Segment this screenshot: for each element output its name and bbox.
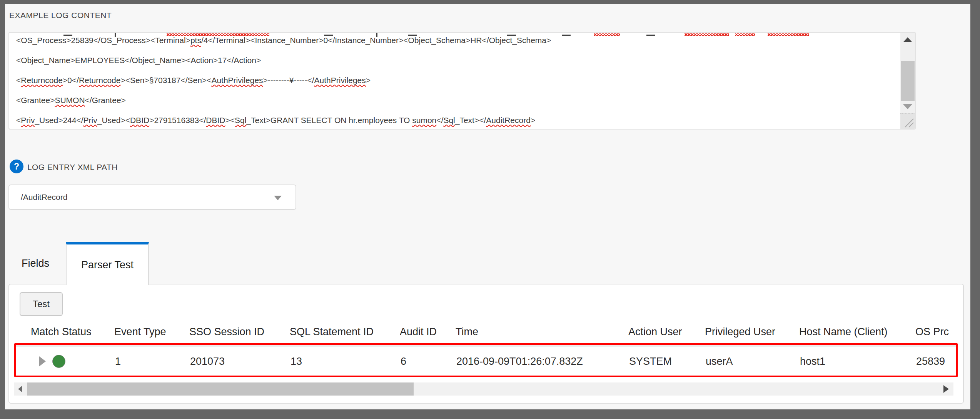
- column-header-time: Time: [456, 326, 628, 338]
- vertical-scrollbar-track[interactable]: [900, 47, 915, 100]
- log-line: <Grantee>SUMON</Grantee>: [16, 90, 900, 110]
- example-log-content-label: EXAMPLE LOG CONTENT: [9, 11, 112, 20]
- scroll-up-button[interactable]: [900, 33, 915, 47]
- column-header-match-status: Match Status: [31, 326, 114, 338]
- cell-sso-session-id: 201073: [190, 356, 290, 367]
- arrow-up-icon: [903, 37, 912, 42]
- horizontal-scrollbar[interactable]: [14, 382, 953, 396]
- tab-parser-test[interactable]: Parser Test: [66, 242, 149, 285]
- cell-host-name-client: host1: [800, 356, 916, 367]
- xml-path-dropdown-value: /AuditRecord: [9, 193, 67, 202]
- column-header-audit-id: Audit ID: [400, 326, 456, 338]
- xml-path-dropdown[interactable]: /AuditRecord: [8, 185, 296, 210]
- arrow-down-icon: [903, 104, 912, 109]
- column-header-host-name-client: Host Name (Client): [799, 326, 915, 338]
- column-header-action-user: Action User: [628, 326, 705, 338]
- column-header-sql-statement-id: SQL Statement ID: [290, 326, 400, 338]
- cell-time: 2016-09-09T01:26:07.832Z: [456, 356, 629, 367]
- cell-audit-id: 6: [401, 356, 456, 367]
- cell-os-process: 25839: [916, 356, 956, 367]
- table-row[interactable]: 1 201073 13 6 2016-09-09T01:26:07.832Z S…: [16, 347, 956, 376]
- match-status-dot: [52, 355, 65, 368]
- log-text: <OS_Process>25839</OS_Process><Terminal>…: [9, 33, 900, 129]
- window: EXAMPLE LOG CONTENT <OS_Process>25839</O…: [0, 0, 980, 419]
- column-header-event-type: Event Type: [114, 326, 189, 338]
- log-lines: <OS_Process>25839</OS_Process><Terminal>…: [9, 33, 900, 129]
- clipped-line-fragments: [9, 33, 900, 38]
- column-header-os-process: OS Prc: [915, 326, 963, 338]
- parser-test-panel: Test Match Status Event Type SSO Session…: [8, 284, 964, 404]
- scroll-right-icon[interactable]: [943, 385, 949, 393]
- horizontal-scrollbar-thumb[interactable]: [27, 382, 414, 396]
- cell-sql-statement-id: 13: [290, 356, 401, 367]
- highlighted-row-outline: 1 201073 13 6 2016-09-09T01:26:07.832Z S…: [14, 343, 958, 377]
- resize-grip-icon[interactable]: [900, 113, 915, 129]
- chevron-down-icon: [274, 196, 282, 200]
- column-header-sso-session-id: SSO Session ID: [189, 326, 290, 338]
- log-line: <Returncode>0</Returncode><Sen>§703187</…: [16, 70, 900, 90]
- log-entry-xml-path-label: LOG ENTRY XML PATH: [27, 163, 118, 172]
- log-line: <Priv_Used>244</Priv_Used><DBID>27915163…: [16, 110, 900, 129]
- scroll-down-button[interactable]: [900, 100, 915, 113]
- help-icon[interactable]: ?: [10, 160, 23, 173]
- tab-fields[interactable]: Fields: [8, 242, 62, 284]
- match-status-cell: [32, 355, 115, 368]
- log-line: <Object_Name>EMPLOYEES</Object_Name><Act…: [16, 50, 900, 70]
- grip-lines: [903, 116, 915, 129]
- table-header-row: Match Status Event Type SSO Session ID S…: [31, 321, 963, 343]
- example-log-content-textarea[interactable]: <OS_Process>25839</OS_Process><Terminal>…: [8, 32, 916, 130]
- scroll-left-icon[interactable]: [18, 386, 22, 392]
- cell-privileged-user: userA: [706, 356, 800, 367]
- vertical-scrollbar[interactable]: [900, 33, 915, 129]
- row-expander-icon[interactable]: [39, 356, 46, 366]
- column-header-privileged-user: Privileged User: [705, 326, 799, 338]
- cell-action-user: SYSTEM: [629, 356, 706, 367]
- cell-event-type: 1: [115, 356, 190, 367]
- vertical-scrollbar-thumb[interactable]: [901, 61, 915, 101]
- test-button[interactable]: Test: [20, 292, 63, 316]
